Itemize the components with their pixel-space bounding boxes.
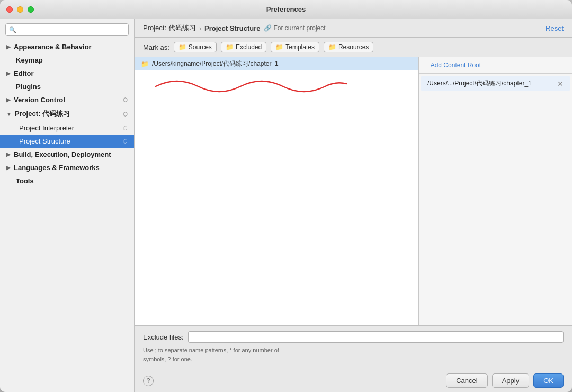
panel-header: Project: 代码练习 › Project Structure 🔗 For … bbox=[135, 19, 572, 38]
folder-purple-icon: 📁 bbox=[275, 43, 283, 51]
folder-icon: 📁 bbox=[141, 60, 149, 68]
sidebar-item-version-control[interactable]: ▶ Version Control ⬡ bbox=[0, 93, 134, 106]
table-row[interactable]: 📁 /Users/kingname/Project/代码练习/chapter_1 bbox=[135, 57, 418, 70]
external-link-icon: ⬡ bbox=[123, 125, 128, 131]
breadcrumb: Project: 代码练习 › Project Structure 🔗 For … bbox=[143, 23, 326, 33]
sidebar-item-build[interactable]: ▶ Build, Execution, Deployment bbox=[0, 148, 134, 161]
sources-button[interactable]: 📁 Sources bbox=[174, 42, 217, 52]
sidebar-item-editor[interactable]: ▶ Editor bbox=[0, 67, 134, 80]
file-tree-panel: 📁 /Users/kingname/Project/代码练习/chapter_1 bbox=[135, 57, 418, 325]
breadcrumb-project: Project: 代码练习 bbox=[143, 23, 196, 33]
sidebar-item-tools[interactable]: Tools bbox=[0, 174, 134, 188]
exclude-hint: Use ; to separate name patterns, * for a… bbox=[143, 346, 564, 363]
close-button[interactable] bbox=[6, 6, 13, 13]
chevron-right-icon: ▶ bbox=[6, 97, 11, 103]
chevron-right-icon: ▶ bbox=[6, 44, 11, 50]
sidebar-item-label: Project Interpreter bbox=[19, 124, 74, 132]
breadcrumb-separator: › bbox=[199, 24, 201, 32]
exclude-row: Exclude files: bbox=[143, 331, 564, 343]
exclude-input[interactable] bbox=[188, 331, 564, 343]
titlebar: Preferences bbox=[0, 0, 572, 19]
sidebar-item-plugins[interactable]: Plugins bbox=[0, 80, 134, 93]
root-path: /Users/.../Project/代码练习/chapter_1 bbox=[427, 79, 532, 88]
cancel-button[interactable]: Cancel bbox=[446, 373, 487, 388]
templates-label: Templates bbox=[285, 43, 315, 51]
right-panel: Project: 代码练习 › Project Structure 🔗 For … bbox=[135, 19, 572, 392]
folder-green-icon: 📁 bbox=[328, 43, 336, 51]
templates-button[interactable]: 📁 Templates bbox=[271, 42, 319, 52]
sidebar-item-project-structure[interactable]: Project Structure ⬡ bbox=[0, 135, 134, 148]
link-icon: 🔗 bbox=[264, 24, 272, 32]
resources-button[interactable]: 📁 Resources bbox=[324, 42, 373, 52]
sidebar-item-label: Editor bbox=[14, 69, 34, 77]
chevron-down-icon: ▼ bbox=[6, 111, 12, 117]
ok-button[interactable]: OK bbox=[533, 373, 564, 388]
sidebar-item-label: Build, Execution, Deployment bbox=[14, 150, 111, 158]
content-roots-panel: + Add Content Root /Users/.../Project/代码… bbox=[418, 57, 572, 325]
reset-button[interactable]: Reset bbox=[546, 24, 564, 32]
chevron-right-icon: ▶ bbox=[6, 70, 11, 76]
annotation-squiggle bbox=[145, 70, 357, 102]
search-icon: 🔍 bbox=[9, 26, 16, 33]
help-button[interactable]: ? bbox=[143, 376, 154, 386]
exclude-label: Exclude files: bbox=[143, 333, 184, 341]
mark-as-label: Mark as: bbox=[143, 43, 169, 51]
sidebar-item-label: Plugins bbox=[16, 83, 41, 91]
sidebar-item-keymap[interactable]: Keymap bbox=[0, 54, 134, 67]
content-split: 📁 /Users/kingname/Project/代码练习/chapter_1 bbox=[135, 57, 572, 325]
chevron-right-icon: ▶ bbox=[6, 152, 11, 157]
root-item: /Users/.../Project/代码练习/chapter_1 ✕ bbox=[421, 76, 570, 91]
excluded-label: Excluded bbox=[236, 43, 262, 51]
sidebar-item-label: Languages & Frameworks bbox=[14, 164, 100, 172]
search-box[interactable]: 🔍 bbox=[5, 23, 129, 36]
external-link-icon: ⬡ bbox=[123, 138, 128, 144]
file-tree[interactable]: 📁 /Users/kingname/Project/代码练习/chapter_1 bbox=[135, 57, 418, 325]
sidebar-item-label: Keymap bbox=[16, 56, 43, 64]
footer-buttons: Cancel Apply OK bbox=[446, 373, 564, 388]
add-content-root-button[interactable]: + Add Content Root bbox=[419, 57, 572, 74]
maximize-button[interactable] bbox=[28, 6, 34, 13]
file-path: /Users/kingname/Project/代码练习/chapter_1 bbox=[152, 59, 279, 68]
mark-as-bar: Mark as: 📁 Sources 📁 Excluded 📁 Template… bbox=[135, 38, 572, 57]
remove-root-button[interactable]: ✕ bbox=[557, 79, 564, 88]
sidebar: 🔍 ▶ Appearance & Behavior Keymap ▶ Edito… bbox=[0, 19, 135, 392]
footer: ? Cancel Apply OK bbox=[135, 369, 572, 392]
traffic-lights bbox=[6, 6, 34, 13]
breadcrumb-current: Project Structure bbox=[204, 24, 260, 32]
sidebar-item-label: Project Structure bbox=[19, 137, 70, 145]
window-title: Preferences bbox=[266, 5, 306, 13]
sidebar-item-project[interactable]: ▼ Project: 代码练习 ⬡ bbox=[0, 106, 134, 121]
squiggle-area bbox=[135, 70, 418, 102]
for-project-text: 🔗 For current project bbox=[264, 24, 326, 32]
sidebar-item-project-interpreter[interactable]: Project Interpreter ⬡ bbox=[0, 121, 134, 135]
folder-orange-icon: 📁 bbox=[226, 43, 234, 51]
minimize-button[interactable] bbox=[17, 6, 23, 13]
sidebar-item-label: Tools bbox=[16, 177, 34, 185]
resources-label: Resources bbox=[338, 43, 369, 51]
main-content: 🔍 ▶ Appearance & Behavior Keymap ▶ Edito… bbox=[0, 19, 572, 392]
search-input[interactable] bbox=[19, 26, 125, 33]
apply-button[interactable]: Apply bbox=[492, 373, 530, 388]
sidebar-item-label: Version Control bbox=[14, 96, 65, 104]
excluded-button[interactable]: 📁 Excluded bbox=[221, 42, 266, 52]
sources-label: Sources bbox=[189, 43, 212, 51]
sidebar-item-languages[interactable]: ▶ Languages & Frameworks bbox=[0, 161, 134, 174]
sidebar-item-label: Appearance & Behavior bbox=[14, 43, 92, 51]
sidebar-item-appearance[interactable]: ▶ Appearance & Behavior bbox=[0, 40, 134, 54]
external-link-icon: ⬡ bbox=[123, 111, 128, 117]
exclude-area: Exclude files: Use ; to separate name pa… bbox=[135, 325, 572, 369]
preferences-window: Preferences 🔍 ▶ Appearance & Behavior Ke… bbox=[0, 0, 572, 392]
external-link-icon: ⬡ bbox=[123, 97, 128, 103]
chevron-right-icon: ▶ bbox=[6, 165, 11, 171]
sidebar-item-label: Project: 代码练习 bbox=[15, 109, 70, 119]
folder-blue-icon: 📁 bbox=[178, 43, 186, 51]
